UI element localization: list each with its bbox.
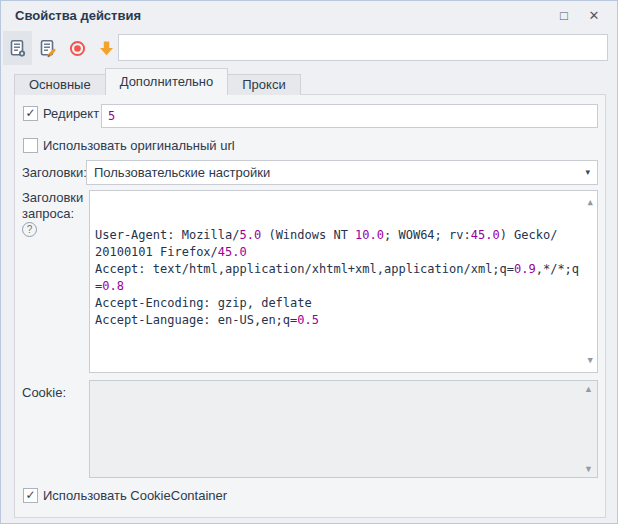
record-icon [68,39,87,58]
request-headers-editor[interactable]: User-Agent: Mozilla/5.0 (Windows NT 10.0… [89,190,598,373]
scroll-down-icon[interactable]: ▼ [584,464,593,474]
chevron-down-icon: ▾ [585,161,590,184]
headers-combo-label: Заголовки: [22,165,87,181]
action-settings-button[interactable] [3,31,32,65]
tab-advanced[interactable]: Дополнительно [105,68,229,95]
download-step-button[interactable] [92,31,121,65]
toolbar-input[interactable] [118,34,608,61]
advanced-tab-panel: ✓ Редирект Использовать оригинальный url… [14,94,606,518]
record-button[interactable] [63,31,92,65]
redirect-count-input[interactable] [101,104,598,128]
request-headers-text: User-Agent: Mozilla/5.0 (Windows NT 10.0… [95,227,581,329]
down-arrow-icon [97,39,116,58]
window-controls: □ ✕ [553,4,605,28]
redirect-checkbox[interactable]: ✓ [23,106,38,121]
headers-combo[interactable]: Пользовательские настройки ▾ [86,160,598,185]
scroll-up-icon[interactable]: ▲ [584,384,593,394]
tab-proxy[interactable]: Прокси [227,74,300,95]
cookie-label: Cookie: [22,385,66,401]
redirect-label: Редирект [43,106,99,122]
help-icon[interactable]: ? [22,222,37,237]
tab-strip: Основные Дополнительно Прокси [14,68,300,95]
original-url-label: Использовать оригинальный url [43,138,235,154]
scroll-down-icon[interactable]: ▼ [588,352,593,369]
toolbar [1,29,617,67]
title-bar: Свойства действия □ ✕ [1,1,617,29]
request-headers-label: Заголовки запроса: [22,190,84,222]
close-button[interactable]: ✕ [583,4,605,26]
headers-combo-value: Пользовательские настройки [94,165,270,180]
original-url-checkbox[interactable] [23,138,38,153]
maximize-button[interactable]: □ [553,4,575,26]
action-edit-button[interactable] [33,31,62,65]
cookie-container-checkbox[interactable]: ✓ [23,488,38,503]
scroll-up-icon[interactable]: ▲ [588,194,593,211]
tab-main[interactable]: Основные [14,74,106,95]
document-pencil-icon [38,39,57,58]
action-properties-dialog: Свойства действия □ ✕ [0,0,618,524]
document-gear-icon [8,39,27,58]
window-title: Свойства действия [15,1,141,30]
cookie-editor[interactable]: ▲ ▼ [89,380,598,478]
cookie-container-label: Использовать CookieContainer [43,488,227,504]
